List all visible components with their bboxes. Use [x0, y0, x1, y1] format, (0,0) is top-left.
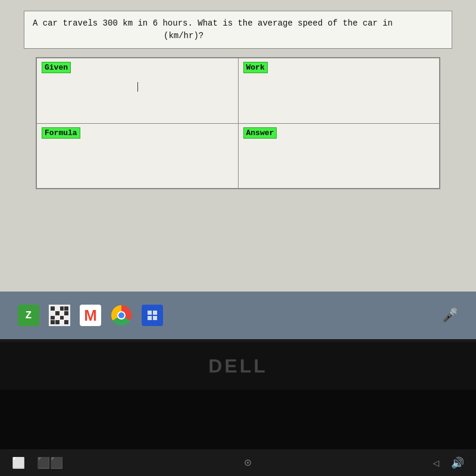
svg-rect-0	[148, 311, 152, 315]
svg-rect-1	[153, 311, 157, 315]
blue-app-icon	[146, 309, 158, 321]
formula-cell[interactable]: Formula	[36, 123, 238, 189]
taskbar: Z M 🎤	[0, 292, 476, 339]
formula-label: Formula	[42, 127, 80, 139]
chrome-outer-ring	[111, 305, 131, 325]
text-cursor	[137, 82, 138, 92]
taskbar-blue-app[interactable]	[142, 305, 163, 326]
problem-grid: Given Work Formula Answer	[36, 57, 440, 189]
question-text-line1: A car travels 300 km in 6 hours. What is…	[33, 18, 393, 28]
taskbar-chrome-icon[interactable]	[111, 305, 132, 326]
mic-area: 🎤	[442, 308, 458, 324]
window-icon[interactable]: ⬜	[12, 456, 25, 469]
mic-icon[interactable]: 🎤	[442, 309, 458, 324]
dell-logo: DELL	[208, 355, 268, 377]
bottom-center-search: ⊙	[245, 455, 252, 470]
back-icon[interactable]: ◁	[433, 456, 439, 469]
bottom-right-icons: ◁ 🔊	[433, 456, 464, 469]
svg-rect-3	[153, 316, 157, 320]
bottom-system-bar: ⬜ ⬛⬛ ⊙ ◁ 🔊	[0, 449, 476, 476]
svg-rect-2	[148, 316, 152, 320]
taskbar-qr-icon[interactable]	[49, 305, 70, 326]
search-icon[interactable]: ⊙	[245, 455, 252, 470]
given-label: Given	[42, 62, 71, 73]
bottom-left-icons: ⬜ ⬛⬛	[12, 456, 63, 469]
taskbar-gmail-icon[interactable]: M	[80, 305, 101, 326]
given-cell[interactable]: Given	[36, 58, 238, 123]
overview-icon[interactable]: ⬛⬛	[37, 456, 63, 469]
qr-box	[49, 305, 70, 326]
volume-icon[interactable]: 🔊	[451, 456, 464, 469]
dell-area: DELL	[0, 342, 476, 390]
work-label: Work	[243, 62, 268, 73]
screen: A car travels 300 km in 6 hours. What is…	[0, 0, 476, 292]
answer-cell[interactable]: Answer	[238, 123, 440, 189]
question-text-line2: (km/hr)?	[164, 31, 203, 40]
chrome-inner-circle	[117, 311, 126, 320]
taskbar-app-z[interactable]: Z	[18, 305, 39, 326]
question-box: A car travels 300 km in 6 hours. What is…	[24, 11, 452, 49]
work-cell[interactable]: Work	[238, 58, 440, 123]
answer-label: Answer	[243, 127, 277, 139]
